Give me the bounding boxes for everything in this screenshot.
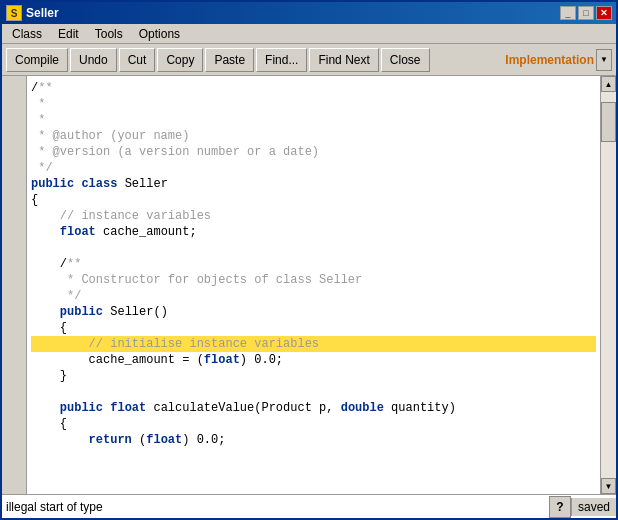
menu-options[interactable]: Options <box>131 25 188 43</box>
code-line: * Constructor for objects of class Selle… <box>31 272 596 288</box>
find-button[interactable]: Find... <box>256 48 307 72</box>
title-bar: S Seller _ □ ✕ <box>2 2 616 24</box>
code-line: public Seller() <box>31 304 596 320</box>
line-numbers <box>2 76 27 494</box>
code-line: */ <box>31 160 596 176</box>
scroll-track[interactable] <box>601 92 616 478</box>
code-line: * @version (a version number or a date) <box>31 144 596 160</box>
code-line: * <box>31 112 596 128</box>
title-buttons: _ □ ✕ <box>560 6 612 20</box>
minimize-button[interactable]: _ <box>560 6 576 20</box>
status-bar: illegal start of type ? saved <box>2 494 616 518</box>
scroll-up-button[interactable]: ▲ <box>601 76 616 92</box>
close-window-button[interactable]: ✕ <box>596 6 612 20</box>
code-line: // initialise instance variables <box>31 336 596 352</box>
code-line: { <box>31 192 596 208</box>
code-line: { <box>31 320 596 336</box>
implementation-select: Implementation ▼ <box>505 49 612 71</box>
maximize-button[interactable]: □ <box>578 6 594 20</box>
content-area: /** * * * @author (your name) * @version… <box>2 76 616 494</box>
menu-tools[interactable]: Tools <box>87 25 131 43</box>
code-line: // instance variables <box>31 208 596 224</box>
code-line <box>31 240 596 256</box>
scroll-thumb[interactable] <box>601 102 616 142</box>
compile-button[interactable]: Compile <box>6 48 68 72</box>
code-line: /** <box>31 256 596 272</box>
saved-label: saved <box>571 498 616 516</box>
cut-button[interactable]: Cut <box>119 48 156 72</box>
impl-dropdown-arrow[interactable]: ▼ <box>596 49 612 71</box>
undo-button[interactable]: Undo <box>70 48 117 72</box>
menu-class[interactable]: Class <box>4 25 50 43</box>
code-line: { <box>31 416 596 432</box>
vertical-scrollbar: ▲ ▼ <box>600 76 616 494</box>
code-line: public float calculateValue(Product p, d… <box>31 400 596 416</box>
code-line: */ <box>31 288 596 304</box>
find-next-button[interactable]: Find Next <box>309 48 378 72</box>
code-line: cache_amount = (float) 0.0; <box>31 352 596 368</box>
scroll-down-button[interactable]: ▼ <box>601 478 616 494</box>
help-button[interactable]: ? <box>549 496 571 518</box>
code-line: * @author (your name) <box>31 128 596 144</box>
code-editor[interactable]: /** * * * @author (your name) * @version… <box>27 76 600 494</box>
impl-label: Implementation <box>505 53 594 67</box>
paste-button[interactable]: Paste <box>205 48 254 72</box>
code-line: public class Seller <box>31 176 596 192</box>
toolbar: Compile Undo Cut Copy Paste Find... Find… <box>2 44 616 76</box>
code-line: /** <box>31 80 596 96</box>
status-message: illegal start of type <box>2 500 549 514</box>
copy-button[interactable]: Copy <box>157 48 203 72</box>
menu-bar: Class Edit Tools Options <box>2 24 616 44</box>
app-icon: S <box>6 5 22 21</box>
toolbar-close-button[interactable]: Close <box>381 48 430 72</box>
code-line: return (float) 0.0; <box>31 432 596 448</box>
main-window: S Seller _ □ ✕ Class Edit Tools Options … <box>0 0 618 520</box>
code-line: float cache_amount; <box>31 224 596 240</box>
code-line: * <box>31 96 596 112</box>
menu-edit[interactable]: Edit <box>50 25 87 43</box>
code-line <box>31 384 596 400</box>
window-title: Seller <box>26 6 560 20</box>
code-line: } <box>31 368 596 384</box>
